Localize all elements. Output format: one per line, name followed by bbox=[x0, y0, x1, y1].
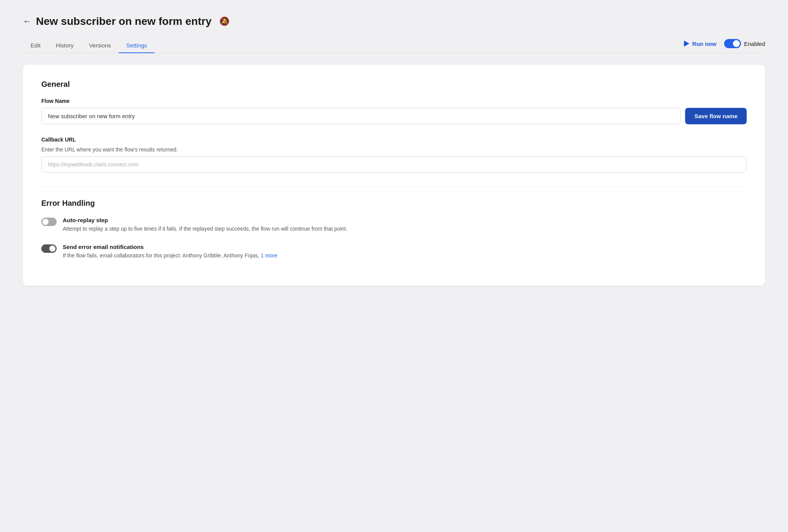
nav-actions: Run now Enabled bbox=[684, 39, 765, 52]
play-icon bbox=[684, 41, 689, 47]
tab-edit[interactable]: Edit bbox=[23, 38, 48, 53]
callback-section: Callback URL Enter the URL where you wan… bbox=[41, 137, 747, 172]
enabled-toggle[interactable] bbox=[724, 39, 741, 48]
email-notif-content: Send error email notifications If the fl… bbox=[63, 244, 747, 260]
nav-tabs: Edit History Versions Settings bbox=[23, 38, 684, 53]
error-handling-section: Error Handling Auto-replay step Attempt … bbox=[41, 199, 747, 260]
nav-bar: Edit History Versions Settings Run now E… bbox=[23, 38, 765, 53]
email-notif-title: Send error email notifications bbox=[63, 244, 747, 250]
auto-replay-row: Auto-replay step Attempt to replay a ste… bbox=[41, 217, 747, 233]
enabled-toggle-container: Enabled bbox=[724, 39, 765, 48]
callback-label: Callback URL bbox=[41, 137, 747, 143]
run-now-button[interactable]: Run now bbox=[684, 41, 716, 47]
callback-description: Enter the URL where you want the flow's … bbox=[41, 146, 747, 153]
section-divider bbox=[41, 186, 747, 187]
enabled-label: Enabled bbox=[744, 41, 765, 47]
auto-replay-toggle[interactable] bbox=[41, 218, 57, 226]
flow-name-input[interactable] bbox=[41, 108, 681, 124]
auto-replay-content: Auto-replay step Attempt to replay a ste… bbox=[63, 217, 747, 233]
email-notif-desc: If the flow fails, email collaborators f… bbox=[63, 252, 747, 260]
page-title: New subscriber on new form entry bbox=[36, 15, 212, 28]
tab-versions[interactable]: Versions bbox=[81, 38, 119, 53]
save-flow-name-button[interactable]: Save flow name bbox=[685, 108, 747, 124]
page-header: ← New subscriber on new form entry 🔕 bbox=[23, 15, 765, 28]
callback-url-input[interactable] bbox=[41, 156, 747, 172]
auto-replay-desc: Attempt to replay a step up to five time… bbox=[63, 225, 747, 233]
settings-card: General Flow Name Save flow name Callbac… bbox=[23, 65, 765, 286]
email-notif-more-link[interactable]: 1 more bbox=[260, 252, 277, 259]
flow-name-label: Flow Name bbox=[41, 98, 747, 104]
email-notif-toggle[interactable] bbox=[41, 244, 57, 253]
error-handling-title: Error Handling bbox=[41, 199, 747, 208]
auto-replay-title: Auto-replay step bbox=[63, 217, 747, 223]
email-notif-row: Send error email notifications If the fl… bbox=[41, 244, 747, 260]
flow-name-row: Save flow name bbox=[41, 108, 747, 124]
general-section: General Flow Name Save flow name Callbac… bbox=[41, 80, 747, 172]
back-button[interactable]: ← bbox=[23, 16, 31, 26]
tab-settings[interactable]: Settings bbox=[119, 38, 155, 53]
bell-icon[interactable]: 🔕 bbox=[219, 16, 230, 26]
tab-history[interactable]: History bbox=[48, 38, 81, 53]
email-notif-desc-text: If the flow fails, email collaborators f… bbox=[63, 252, 259, 259]
run-now-label: Run now bbox=[692, 41, 716, 47]
general-title: General bbox=[41, 80, 747, 89]
